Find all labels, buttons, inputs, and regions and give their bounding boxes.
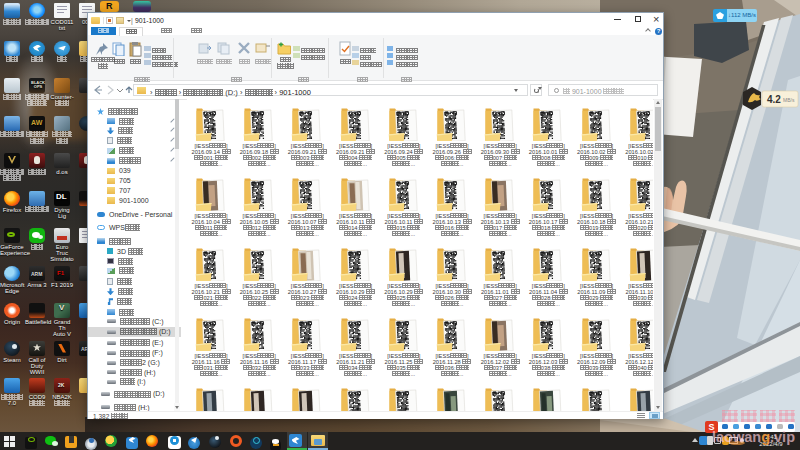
svg-text:MB/s: MB/s [783,97,795,103]
svg-text:4.2: 4.2 [767,94,781,105]
